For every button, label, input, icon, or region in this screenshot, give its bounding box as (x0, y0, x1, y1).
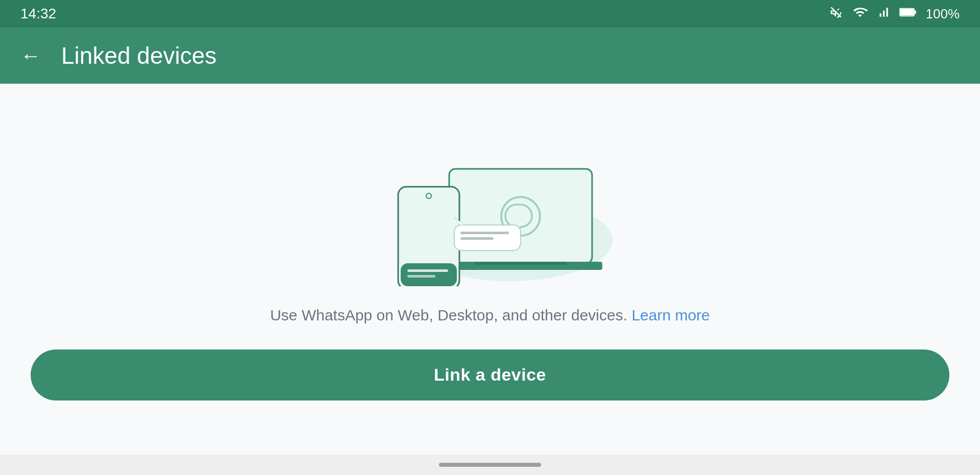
back-button[interactable]: ← (20, 45, 41, 66)
link-device-button[interactable]: Link a device (31, 349, 949, 401)
svg-rect-1 (900, 9, 914, 15)
wifi-icon (852, 5, 868, 22)
description-text: Use WhatsApp on Web, Desktop, and other … (270, 307, 710, 324)
svg-rect-19 (460, 237, 494, 240)
battery-icon (899, 6, 917, 22)
svg-rect-15 (407, 275, 435, 278)
illustration-container (347, 133, 633, 286)
page-title: Linked devices (61, 42, 216, 69)
svg-rect-18 (460, 232, 509, 234)
svg-rect-8 (475, 262, 567, 265)
bottom-bar (0, 455, 980, 475)
signal-icon (877, 5, 890, 22)
status-bar: 14:32 100% (0, 0, 980, 28)
svg-rect-14 (407, 269, 448, 272)
home-indicator (439, 463, 541, 467)
status-time: 14:32 (20, 6, 56, 22)
svg-rect-2 (914, 10, 916, 14)
status-icons: 100% (829, 5, 960, 22)
main-content: Use WhatsApp on Web, Desktop, and other … (0, 84, 980, 455)
devices-illustration (347, 133, 633, 286)
app-bar: ← Linked devices (0, 28, 980, 84)
mute-icon (829, 5, 843, 22)
battery-percent: 100% (926, 6, 960, 22)
learn-more-link[interactable]: Learn more (631, 307, 709, 323)
svg-rect-12 (401, 263, 457, 286)
